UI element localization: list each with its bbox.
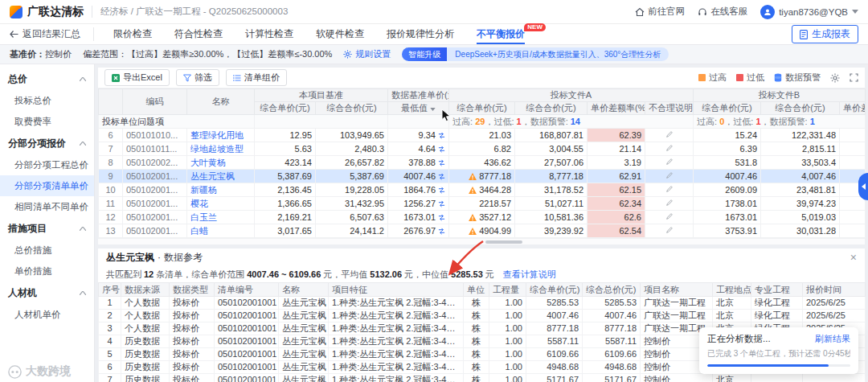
nav-tab[interactable]: 软硬件检查 (316, 24, 364, 44)
export-excel-button[interactable]: 导出Excel (104, 69, 170, 86)
col-min-value[interactable]: 最低值 (388, 102, 449, 115)
sidebar-item[interactable]: 人材机单价 (0, 304, 94, 325)
item-name-link[interactable]: 白蜡 (190, 226, 208, 236)
reference-table-row[interactable]: 7历史数据投标价050102001001丛生元宝枫1.种类:丛生元宝枫 2.冠幅… (99, 374, 866, 382)
refresh-results-link[interactable]: 刷新结果 (815, 333, 850, 345)
item-name-link[interactable]: 樱花 (190, 199, 208, 208)
nav-tab[interactable]: 不平衡报价NEW (477, 24, 525, 44)
compare-icon[interactable] (438, 146, 445, 153)
table-row[interactable]: 9050102001...丛生元宝枫5,387.695,387.694007.4… (99, 170, 866, 183)
reference-col-header[interactable]: 专业工程 (751, 283, 803, 297)
col-b-rate-cut[interactable]: 单价差额... (840, 102, 866, 115)
reference-col-header[interactable]: 名称 (279, 283, 329, 297)
col-a-rate[interactable]: 单价差额率(%) (588, 102, 645, 115)
edit-note-icon[interactable] (665, 212, 674, 220)
sidebar-item[interactable]: 相同清单不同单价 (0, 196, 94, 217)
nav-tab[interactable]: 符合性检查 (174, 24, 223, 44)
scrollbar-thumb[interactable] (485, 240, 522, 244)
table-row[interactable]: 7050101011...绿地起坡造型5.632,480.34.646.823,… (99, 142, 866, 156)
nav-tab[interactable]: 限价检查 (113, 24, 152, 44)
edit-note-icon[interactable] (665, 130, 674, 138)
support-link[interactable]: 在线客服 (698, 6, 747, 18)
table-row[interactable]: 6050101010...整理绿化用地12.95103,949.659.3421… (99, 129, 866, 142)
reference-col-header[interactable]: 报价时间 (803, 283, 866, 297)
compare-icon[interactable] (438, 214, 445, 221)
col-a-note[interactable]: 不合理说明 (645, 102, 694, 115)
compare-icon[interactable] (438, 200, 445, 207)
fullscreen-button[interactable] (850, 73, 858, 82)
compare-icon[interactable] (438, 228, 445, 235)
sidebar-item[interactable]: 单价措施 (0, 261, 94, 281)
sidebar-item[interactable]: 取费费率 (0, 111, 94, 132)
table-row[interactable]: 13050102001...白蜡3,017.6524,141.22676.974… (99, 224, 866, 238)
table-row[interactable]: 8050102002...大叶黄杨423.1426,657.82378.8843… (99, 156, 866, 170)
close-icon[interactable]: × (850, 252, 857, 263)
smart-upgrade-banner[interactable]: 智能升级 DeepSeek+历史项目/成本数据批量引入、360°合理性分析 (402, 47, 669, 61)
sidebar-item[interactable]: 投标总价 (0, 90, 94, 111)
sidebar-group-header[interactable]: 总价 (0, 68, 94, 90)
item-name-link[interactable]: 整理绿化用地 (190, 130, 244, 140)
reference-table-row[interactable]: 1个人数据投标价050102001001丛生元宝枫1.种类:丛生元宝枫 2.冠幅… (99, 297, 866, 310)
edit-note-icon[interactable] (665, 144, 674, 152)
col-a-unit-price[interactable]: 综合单价(元) (449, 102, 515, 115)
edit-note-icon[interactable] (665, 171, 674, 179)
item-name-link[interactable]: 丛生元宝枫 (190, 171, 235, 181)
nav-tab[interactable]: 报价规律性分析 (387, 24, 454, 44)
reference-col-header[interactable]: 清单编号 (215, 283, 279, 297)
col-base-unit-price[interactable]: 综合单价(元) (255, 102, 316, 115)
edit-note-icon[interactable] (665, 199, 674, 207)
reference-col-header[interactable]: 单位 (464, 283, 489, 297)
col-base-total-price[interactable]: 综合合价(元) (316, 102, 388, 115)
col-code[interactable]: 编码 (123, 89, 187, 115)
col-b-unit-price[interactable]: 综合单价(元) (694, 102, 761, 115)
reference-col-header[interactable]: 工程量 (489, 283, 526, 297)
reference-col-header[interactable]: 综合总价(元) (583, 283, 641, 297)
reference-col-header[interactable]: 综合单价(元) (526, 283, 583, 297)
reference-col-header[interactable]: 数据来源 (121, 283, 170, 297)
sidebar-item[interactable]: 分部分项工程总价 (0, 154, 94, 175)
compare-icon[interactable] (438, 159, 445, 166)
rule-settings-link[interactable]: 规则设置 (343, 48, 391, 60)
table-row[interactable]: 11050102001...樱花1,366.6531,432.951256.27… (99, 197, 866, 211)
table-horizontal-scrollbar[interactable] (98, 238, 865, 244)
compare-icon[interactable] (438, 132, 445, 139)
compare-icon[interactable] (438, 187, 445, 194)
col-b-total-price[interactable]: 综合合价(元) (761, 102, 840, 115)
app-logo[interactable]: 广联达清标 (10, 5, 84, 19)
item-name-link[interactable]: 大叶黄杨 (190, 158, 226, 167)
list-pricing-button[interactable]: 清单组价 (226, 69, 287, 86)
sidebar-group-header[interactable]: 人材机 (0, 281, 94, 304)
col-name[interactable]: 名称 (187, 89, 255, 115)
sidebar-group-header[interactable]: 分部分项报价 (0, 132, 94, 154)
reference-col-header[interactable]: 数据类型 (170, 283, 215, 297)
col-a-total-price[interactable]: 综合合价(元) (515, 102, 588, 115)
item-name-link[interactable]: 新疆杨 (190, 185, 217, 195)
calc-explanation-link[interactable]: 查看计算说明 (503, 269, 556, 281)
edit-note-icon[interactable] (665, 185, 674, 193)
reference-col-header[interactable]: 项目名称 (641, 283, 713, 297)
portal-link[interactable]: 前往官网 (635, 6, 685, 18)
collapse-panel-handle[interactable] (858, 173, 868, 200)
nav-tab[interactable]: 计算性检查 (245, 24, 293, 44)
item-name-link[interactable]: 白玉兰 (190, 212, 217, 222)
reference-table-row[interactable]: 2个人数据投标价050102001001丛生元宝枫1.种类:丛生元宝枫 2.冠幅… (99, 310, 866, 322)
reference-col-header[interactable]: 工程地点 (713, 283, 751, 297)
table-row[interactable]: 12050102001...白玉兰2,169.216,507.631673.01… (99, 211, 866, 224)
user-menu[interactable]: tiyan8736@YQB (760, 5, 858, 19)
edit-note-icon[interactable] (665, 226, 674, 234)
back-button[interactable]: 返回结果汇总 (10, 27, 94, 41)
sidebar-group-header[interactable]: 措施项目 (0, 217, 94, 240)
sidebar-item[interactable]: 分部分项清单单价 (0, 175, 94, 196)
reference-col-header[interactable]: 项目特征 (329, 283, 464, 297)
table-row[interactable]: 10050102001...新疆杨2,136.4519,228.051864.7… (99, 183, 866, 197)
compare-icon[interactable] (438, 173, 445, 180)
edit-note-icon[interactable] (665, 158, 674, 166)
sidebar-item[interactable]: 总价措施 (0, 240, 94, 261)
reference-col-header[interactable]: 序号 (99, 283, 121, 297)
base-price-setting[interactable]: 基准价：控制价 (10, 48, 72, 60)
table-settings-button[interactable] (830, 73, 840, 83)
filter-button[interactable]: 筛选 (176, 69, 219, 86)
problem-summary-row[interactable]: 投标单位问题项 过高: 29，过低: 1，数据预警: 14 过高: 0，过低: … (99, 115, 866, 129)
item-name-link[interactable]: 绿地起坡造型 (190, 144, 244, 154)
generate-report-button[interactable]: 生成报表 (792, 25, 858, 43)
